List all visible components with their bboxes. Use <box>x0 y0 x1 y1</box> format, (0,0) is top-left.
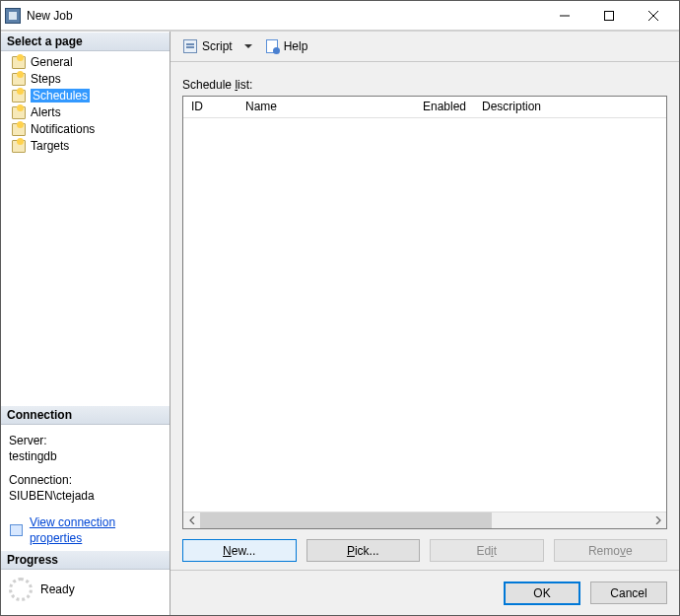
titlebar: New Job <box>1 1 679 31</box>
schedule-list-label: Schedule list: <box>182 72 667 96</box>
scroll-left-arrow[interactable] <box>183 513 200 528</box>
connection-header: Connection <box>1 405 170 425</box>
new-button[interactable]: New... <box>182 539 297 562</box>
remove-button: Remove <box>554 539 668 562</box>
page-icon <box>11 104 27 120</box>
sidebar-item-label: General <box>31 55 73 69</box>
col-enabled[interactable]: Enabled <box>415 97 474 117</box>
script-label: Script <box>202 39 233 53</box>
scrollbar-thumb[interactable] <box>200 513 492 528</box>
cancel-button[interactable]: Cancel <box>590 582 667 604</box>
toolbar: Script Help <box>170 32 679 61</box>
sidebar-item-targets[interactable]: Targets <box>1 137 170 154</box>
server-label: Server: <box>9 433 162 448</box>
page-nav-list: General Steps Schedules Alerts Notificat… <box>1 51 170 156</box>
pick-button[interactable]: Pick... <box>306 539 421 562</box>
sidebar-item-label: Schedules <box>31 89 90 103</box>
dialog-footer: OK Cancel <box>170 570 679 615</box>
page-icon <box>11 121 27 137</box>
sidebar-item-steps[interactable]: Steps <box>1 70 170 87</box>
schedule-list-grid[interactable]: ID Name Enabled Description <box>182 96 667 529</box>
maximize-button[interactable] <box>586 1 631 30</box>
help-button[interactable]: Help <box>260 36 312 56</box>
script-button[interactable]: Script <box>178 36 237 56</box>
sidebar: Select a page General Steps Schedules Al… <box>1 32 170 615</box>
close-button[interactable] <box>631 1 675 30</box>
connection-panel: Server: testingdb Connection: SIUBEN\cte… <box>1 425 170 550</box>
progress-panel: Ready <box>1 570 170 615</box>
page-icon <box>11 88 27 103</box>
col-description[interactable]: Description <box>474 97 666 117</box>
window-buttons <box>542 1 675 30</box>
connection-value: SIUBEN\ctejada <box>9 488 162 504</box>
sidebar-item-general[interactable]: General <box>1 53 170 70</box>
server-value: testingdb <box>9 448 162 464</box>
sidebar-item-schedules[interactable]: Schedules <box>1 87 170 103</box>
minimize-button[interactable] <box>542 1 586 30</box>
view-connection-properties-link[interactable]: View connection properties <box>30 514 162 546</box>
page-icon <box>11 71 27 87</box>
help-icon <box>264 38 280 54</box>
scrollbar-track[interactable] <box>200 513 649 528</box>
connection-properties-icon <box>9 522 24 538</box>
sidebar-item-notifications[interactable]: Notifications <box>1 120 170 137</box>
progress-spinner-icon <box>9 578 33 601</box>
page-icon <box>11 138 27 154</box>
ok-button[interactable]: OK <box>504 582 580 605</box>
edit-button: Edit <box>430 539 544 562</box>
connection-label: Connection: <box>9 472 162 488</box>
schedules-content: Schedule list: ID Name Enabled Descripti… <box>170 62 679 570</box>
sidebar-spacer <box>1 156 170 405</box>
window-title: New Job <box>27 9 542 23</box>
new-job-window: New Job Select a page General <box>0 0 680 616</box>
grid-body <box>183 118 666 512</box>
sidebar-item-label: Targets <box>31 139 69 153</box>
sidebar-item-alerts[interactable]: Alerts <box>1 103 170 120</box>
main-panel: Script Help Schedule list: ID Name E <box>170 32 679 615</box>
view-connection-properties-row: View connection properties <box>9 514 162 546</box>
scroll-right-arrow[interactable] <box>649 513 666 528</box>
sidebar-item-label: Alerts <box>31 105 61 119</box>
dialog-body: Select a page General Steps Schedules Al… <box>1 31 679 615</box>
app-icon <box>5 8 21 24</box>
svg-rect-1 <box>604 11 613 20</box>
select-page-header: Select a page <box>1 32 170 51</box>
grid-header-row: ID Name Enabled Description <box>183 97 666 118</box>
page-icon <box>11 54 27 70</box>
schedule-buttons-row: New... Pick... Edit Remove <box>182 529 667 562</box>
progress-status: Ready <box>40 582 75 596</box>
progress-header: Progress <box>1 550 170 570</box>
script-icon <box>182 38 198 54</box>
col-id[interactable]: ID <box>183 97 238 117</box>
help-label: Help <box>284 39 308 53</box>
script-dropdown-arrow[interactable] <box>244 44 252 48</box>
col-name[interactable]: Name <box>238 97 415 117</box>
sidebar-item-label: Steps <box>31 72 61 86</box>
horizontal-scrollbar[interactable] <box>183 512 666 528</box>
sidebar-item-label: Notifications <box>31 122 95 136</box>
